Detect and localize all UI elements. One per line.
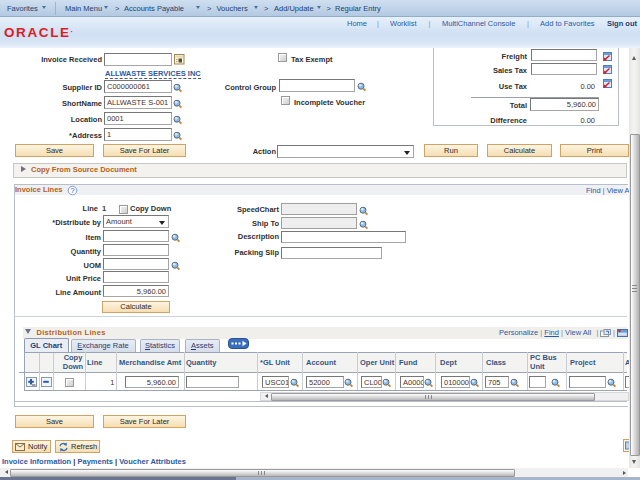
svg-text:?: ? [70,186,74,195]
